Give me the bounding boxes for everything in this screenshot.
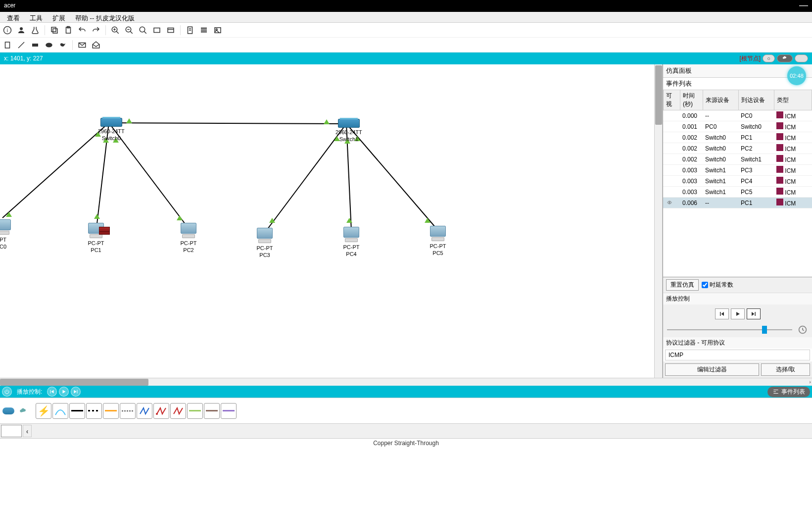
clipboard-icon[interactable] (2, 40, 13, 51)
envelope-open-icon[interactable] (91, 40, 101, 51)
notepad-icon[interactable] (185, 25, 195, 36)
cable-straight-button[interactable] (69, 403, 85, 419)
select-cancel-button[interactable]: 选择/取 (761, 363, 810, 376)
device-switch1[interactable]: 2960-24TTSwitch1 (335, 119, 362, 143)
cable-console-button[interactable] (52, 403, 68, 419)
topology-canvas[interactable]: 2960-24TTSwitch0 2960-24TTSwitch1 PTC0 P… (0, 64, 663, 378)
canvas-hscrollbar[interactable]: › (0, 378, 812, 386)
protocol-list[interactable]: ICMP (665, 350, 810, 360)
step-back-button[interactable] (715, 308, 729, 319)
event-table-body[interactable]: 0.000--PC0 ICM 0.001PC0Switch0 ICM 0.002… (663, 110, 812, 277)
event-row[interactable]: 0.003Switch1PC3 ICM (663, 165, 812, 176)
menu-tools[interactable]: 工具 (25, 13, 48, 21)
copy-icon[interactable] (49, 25, 60, 36)
link-status-icon (177, 215, 183, 220)
sim-timer: 02:48 (787, 66, 806, 85)
event-row[interactable]: 0.002Switch0Switch1 ICM (663, 154, 812, 165)
info-btn-1[interactable]: ○ (763, 54, 775, 62)
rect-tool-icon[interactable] (30, 40, 41, 51)
line-tool-icon[interactable] (16, 40, 27, 51)
device-label: 2960-24TTSwitch0 (98, 128, 125, 142)
reset-sim-button[interactable]: 重置仿真 (666, 279, 699, 291)
col-source[interactable]: 来源设备 (703, 90, 739, 110)
envelope-closed-icon[interactable] (77, 40, 88, 51)
paste-icon[interactable] (63, 25, 74, 36)
bottom-step-forward-button[interactable] (71, 387, 81, 397)
image-icon[interactable] (212, 25, 223, 36)
menu-extensions[interactable]: 扩展 (48, 13, 70, 21)
freeform-tool-icon[interactable] (57, 40, 68, 51)
device-pc2[interactable]: PC-PTPC2 (180, 223, 197, 254)
undo-icon[interactable] (77, 25, 88, 36)
bottom-step-back-button[interactable] (47, 387, 57, 397)
play-button[interactable] (731, 308, 745, 319)
step-forward-button[interactable] (747, 308, 761, 319)
menu-view[interactable]: 查看 (2, 13, 25, 21)
cable-custom-button[interactable] (221, 403, 237, 419)
device-pc5[interactable]: PC-PTPC5 (429, 226, 447, 257)
palette-left-arrow[interactable]: ‹ (23, 425, 32, 437)
event-row[interactable]: 0.006--PC1 ICM (663, 198, 812, 208)
person-icon[interactable] (16, 25, 27, 36)
event-row[interactable]: 0.001PC0Switch0 ICM (663, 121, 812, 132)
device-label: 2960-24TTSwitch1 (335, 129, 362, 143)
ellipse-tool-icon[interactable] (44, 40, 54, 51)
constant-delay-input[interactable] (702, 282, 708, 288)
lab-icon[interactable] (30, 25, 41, 36)
power-icon[interactable] (2, 387, 12, 397)
list-icon[interactable] (198, 25, 209, 36)
canvas-vscrollbar[interactable] (654, 64, 662, 378)
constant-delay-checkbox[interactable]: 时延常数 (702, 281, 733, 289)
event-row[interactable]: 0.002Switch0PC2 ICM (663, 143, 812, 154)
cable-auto-button[interactable]: ⚡ (36, 403, 51, 419)
cable-coax-button[interactable] (137, 403, 152, 419)
col-visible[interactable]: 可视 (664, 90, 680, 110)
slider-thumb[interactable] (762, 326, 767, 334)
event-table: 可视 时间 (秒) 来源设备 到达设备 类型 (663, 90, 812, 110)
col-type[interactable]: 类型 (774, 90, 812, 110)
palette-cloud-icon[interactable] (17, 406, 30, 416)
device-pc0[interactable]: PTC0 (0, 219, 12, 251)
svg-text:i: i (7, 27, 8, 33)
cable-serial-dte-button[interactable] (170, 403, 186, 419)
packet-icon[interactable] (99, 227, 110, 235)
info-icon[interactable]: i (2, 25, 13, 36)
cable-octal-button[interactable] (187, 403, 203, 419)
event-row[interactable]: 0.000--PC0 ICM (663, 110, 812, 121)
info-btn-3[interactable] (795, 54, 808, 62)
zoom-out-icon[interactable] (124, 25, 135, 36)
edit-filter-button[interactable]: 编辑过滤器 (665, 363, 759, 376)
col-dest[interactable]: 到达设备 (739, 90, 774, 110)
device-pc3[interactable]: PC-PTPC3 (256, 228, 274, 259)
event-list-toggle[interactable]: 事件列表 (767, 387, 810, 397)
pc-icon (0, 219, 12, 235)
link-status-icon (346, 218, 352, 223)
device-switch0[interactable]: 2960-24TTSwitch0 (98, 118, 125, 142)
redo-icon[interactable] (91, 25, 101, 36)
cable-phone-button[interactable] (120, 403, 136, 419)
switch-icon (338, 119, 360, 128)
cloud-button[interactable] (777, 54, 793, 62)
cable-crossover-button[interactable] (86, 403, 102, 419)
palette-router-icon[interactable] (2, 406, 15, 416)
device-pc4[interactable]: PC-PTPC4 (342, 227, 360, 258)
col-time[interactable]: 时间 (秒) (680, 90, 703, 110)
cable-usb-button[interactable] (204, 403, 220, 419)
svg-rect-23 (32, 44, 38, 47)
zoom-in-icon[interactable] (110, 25, 121, 36)
palette-search-input[interactable] (1, 425, 22, 437)
speed-slider[interactable] (663, 323, 812, 337)
cable-fiber-button[interactable] (103, 403, 119, 419)
event-row[interactable]: 0.003Switch1PC5 ICM (663, 187, 812, 198)
event-row[interactable]: 0.002Switch0PC1 ICM (663, 132, 812, 143)
svg-rect-38 (77, 390, 78, 394)
cable-serial-dce-button[interactable] (153, 403, 169, 419)
event-row[interactable]: 0.003Switch1PC4 ICM (663, 176, 812, 187)
minimize-icon[interactable]: — (799, 2, 808, 10)
fullscreen-icon[interactable] (151, 25, 162, 36)
toggle-panel-icon[interactable] (165, 25, 176, 36)
zoom-reset-icon[interactable] (138, 25, 148, 36)
bottom-play-button[interactable] (59, 387, 69, 397)
device-label: PC-PTPC1 (88, 240, 104, 254)
menu-help[interactable]: 帮助 -- 扒皮龙汉化版 (70, 13, 140, 21)
